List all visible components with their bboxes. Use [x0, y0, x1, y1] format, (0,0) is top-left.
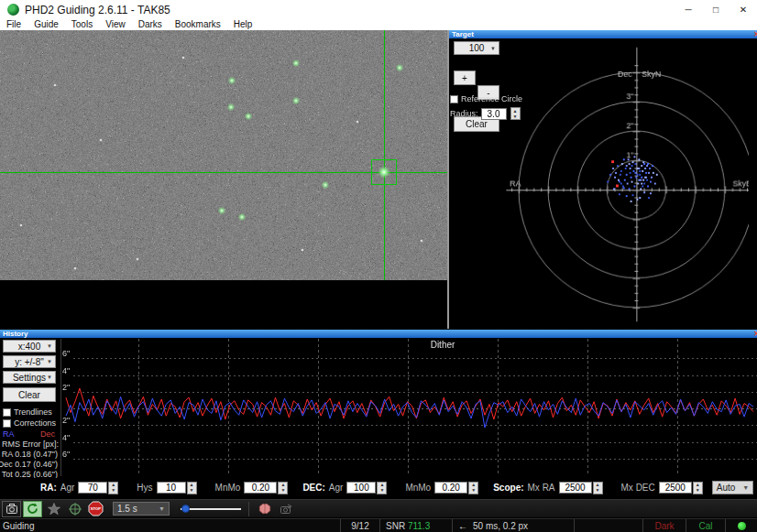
max-ra-input[interactable]	[559, 482, 592, 494]
ra-aggression-spinner[interactable]: ▲▼	[108, 482, 118, 494]
menu-item-file[interactable]: File	[0, 19, 27, 30]
menu-item-darks[interactable]: Darks	[132, 19, 169, 30]
history-xscale-dropdown[interactable]: x:400 ▼	[3, 340, 56, 353]
minimize-button[interactable]: ─	[675, 0, 702, 19]
connect-equipment-button[interactable]	[2, 501, 21, 517]
history-yscale-dropdown[interactable]: y: +/-8" ▼	[3, 355, 56, 368]
menu-item-tools[interactable]: Tools	[65, 19, 99, 30]
window-title: PHD2 Guiding 2.6.11 - TAK85	[25, 4, 170, 16]
status-snr: SNR 711.3	[379, 519, 452, 532]
history-clear-button[interactable]: Clear	[3, 387, 56, 402]
ra-hys-label: Hys	[137, 483, 152, 493]
radius-label: Radius:	[450, 109, 478, 118]
brain-icon	[258, 502, 272, 516]
dec-mode-value: Auto	[717, 483, 736, 493]
status-bar: Guiding 9/12 SNR 711.3 ← 50 ms, 0.2 px D…	[0, 518, 757, 532]
snr-label: SNR	[386, 521, 405, 531]
slider-thumb[interactable]	[181, 505, 190, 513]
spin-down-icon: ▼	[511, 114, 520, 119]
mxdec-label: Mx DEC	[621, 483, 655, 493]
target-zoom-dropdown[interactable]: 100 ▼	[454, 41, 499, 55]
exposure-duration-dropdown[interactable]: 1.5 s ▼	[113, 502, 170, 516]
window-controls: ─ □ ✕	[675, 0, 757, 19]
ra-minmove-spinner[interactable]: ▲▼	[278, 482, 288, 494]
history-settings-dropdown[interactable]: Settings ▼	[3, 371, 56, 384]
chevron-down-icon: ▼	[490, 46, 496, 51]
trendlines-label: Trendlines	[14, 407, 52, 417]
menu-item-bookmarks[interactable]: Bookmarks	[169, 19, 227, 30]
dec-legend: Dec	[40, 429, 55, 439]
ra-aggression-input[interactable]	[78, 482, 107, 494]
corrections-label: Corrections	[14, 418, 56, 428]
radius-input[interactable]	[481, 108, 507, 120]
dec-minmove-spinner[interactable]: ▲▼	[468, 482, 478, 494]
gamma-slider[interactable]	[181, 503, 241, 516]
advanced-settings-button[interactable]	[255, 501, 274, 517]
trendlines-checkbox[interactable]	[3, 408, 11, 417]
spin-down-icon: ▼	[694, 488, 702, 494]
ra-minmove-input[interactable]	[244, 482, 277, 494]
maximize-button[interactable]: □	[702, 0, 730, 19]
dec-mode-dropdown[interactable]: Auto ▼	[712, 481, 754, 494]
status-cal-indicator: Cal	[686, 519, 725, 532]
radius-row: Radius: ▲▼	[450, 107, 521, 120]
chevron-down-icon: ▼	[47, 375, 52, 380]
connected-dot-icon	[738, 522, 746, 530]
mxra-label: Mx RA	[528, 483, 555, 493]
dec-section-label: DEC:	[302, 483, 324, 493]
menu-item-view[interactable]: View	[99, 19, 132, 30]
chevron-down-icon: ▼	[742, 484, 749, 491]
status-connection-segment	[725, 519, 757, 532]
chevron-down-icon: ▼	[47, 343, 52, 349]
spin-down-icon: ▼	[469, 488, 477, 494]
max-dec-input[interactable]	[659, 482, 692, 494]
menu-item-guide[interactable]: Guide	[27, 19, 65, 30]
spin-down-icon: ▼	[109, 488, 117, 494]
menu-item-help[interactable]: Help	[227, 19, 259, 30]
phd2-logo-icon	[7, 4, 19, 16]
chevron-down-icon: ▼	[47, 359, 52, 364]
target-zoom-in-button[interactable]: +	[454, 71, 476, 85]
ra-hysteresis-spinner[interactable]: ▲▼	[187, 482, 197, 494]
spin-down-icon: ▼	[188, 488, 196, 494]
pulse-arrow-icon: ←	[458, 521, 467, 531]
ra-section-label: RA:	[40, 483, 57, 493]
ra-legend: RA	[3, 429, 15, 439]
exposure-info: 50 ms, 0.2 px	[473, 521, 528, 531]
max-ra-spinner[interactable]: ▲▼	[593, 482, 603, 494]
dec-aggression-spinner[interactable]: ▲▼	[377, 482, 387, 494]
max-dec-spinner[interactable]: ▲▼	[693, 482, 703, 494]
rms-ra: RA 0.18 (0.47")	[2, 450, 58, 459]
history-pane-caption[interactable]: History ✕	[0, 330, 757, 338]
radius-spinner[interactable]: ▲▼	[510, 107, 521, 120]
star-icon	[47, 502, 61, 516]
ra-hysteresis-input[interactable]	[157, 482, 186, 494]
guide-button[interactable]	[65, 501, 84, 517]
history-settings-label: Settings	[13, 373, 46, 383]
stop-button[interactable]: STOP	[86, 501, 105, 517]
spin-down-icon: ▼	[279, 488, 287, 494]
status-exposure: ← 50 ms, 0.2 px	[452, 519, 574, 532]
camera-settings-button[interactable]	[276, 501, 295, 517]
target-close-icon[interactable]: ✕	[753, 30, 757, 38]
camera-view-canvas[interactable]	[0, 30, 447, 280]
rms-header: RMS Error [px]:	[2, 440, 59, 449]
loop-exposures-button[interactable]	[23, 501, 42, 517]
history-pane-title: History	[3, 330, 28, 338]
dec-agr-label: Agr	[329, 483, 344, 493]
dec-aggression-input[interactable]	[346, 482, 376, 494]
target-pane-caption[interactable]: Target ✕	[449, 30, 757, 38]
status-empty-segment	[574, 519, 642, 532]
stop-sign-icon: STOP	[88, 501, 104, 516]
reference-circle-checkbox[interactable]	[450, 95, 458, 103]
title-bar: PHD2 Guiding 2.6.11 - TAK85 ─ □ ✕	[0, 0, 757, 19]
auto-select-star-button[interactable]	[44, 501, 63, 517]
close-button[interactable]: ✕	[730, 0, 757, 19]
dec-minmove-input[interactable]	[434, 482, 467, 494]
camera-settings-icon	[279, 502, 293, 516]
menu-bar: FileGuideToolsViewDarksBookmarksHelp	[0, 19, 757, 30]
corrections-checkbox[interactable]	[3, 419, 11, 428]
history-close-icon[interactable]: ✕	[753, 330, 757, 338]
spin-down-icon: ▼	[594, 488, 602, 494]
trendlines-row: Trendlines	[3, 407, 52, 417]
